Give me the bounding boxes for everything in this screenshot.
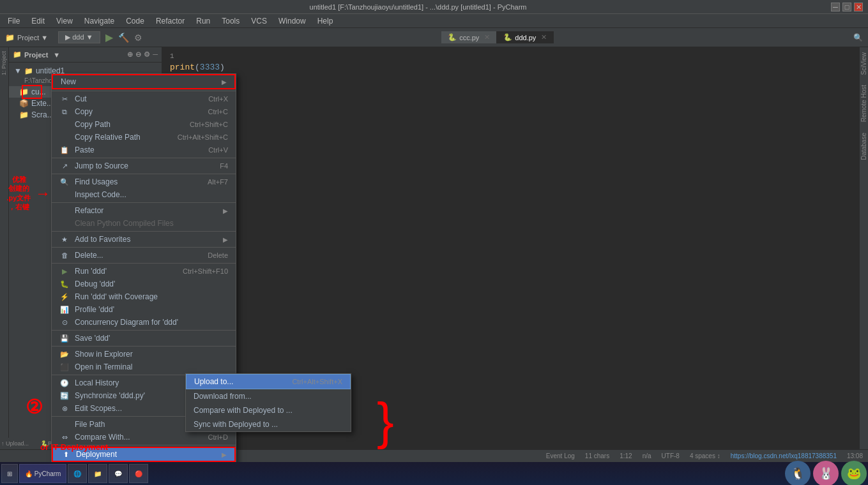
tab-ccc-close[interactable]: ✕ [484,33,490,41]
status-encoding[interactable]: UTF-8 [662,452,680,459]
ctx-inspect-label: Inspect Code... [75,190,126,199]
ctx-concurrency[interactable]: ⊙ Concurrency Diagram for 'ddd' [52,316,236,329]
collapse-icon[interactable]: ⊖ [135,50,141,59]
extra-icon: 📦 [19,99,29,108]
compare-icon: ⇔ [59,433,70,442]
ctx-delete[interactable]: 🗑 Delete... Delete [52,249,236,262]
ctx-favorites[interactable]: ★ Add to Favorites ▶ [52,233,236,246]
ctx-find[interactable]: 🔍 Find Usages Alt+F7 [52,175,236,188]
terminal-icon: ⬛ [59,363,70,371]
ctx-explorer[interactable]: 📂 Show in Explorer [52,348,236,361]
menu-refactor[interactable]: Refactor [151,15,190,27]
menu-vcs[interactable]: VCS [246,15,272,27]
taskbar: ⊞ 🔥 PyCharm 🌐 📁 💬 🔴 🐧 🐰 🐸 [0,462,868,485]
sciview-label[interactable]: SciView [859,47,868,80]
ctx-inspect[interactable]: Inspect Code... [52,188,236,201]
run-button[interactable]: ▶ [105,31,113,43]
close-button[interactable]: ✕ [854,3,863,11]
taskbar-item2[interactable]: 🌐 [68,464,87,483]
taskbar-item3[interactable]: 📁 [88,464,107,483]
ctx-clean: Clean Python Compiled Files [52,217,236,230]
ctx-copy-rel[interactable]: Copy Relative Path Ctrl+Alt+Shift+C [52,131,236,144]
menu-file[interactable]: File [3,15,25,27]
status-link[interactable]: https://blog.csdn.net/lxq18817388351 [731,452,837,459]
menu-edit[interactable]: Edit [26,15,50,27]
ctx-paste[interactable]: 📋 Paste Ctrl+V [52,144,236,156]
tab-ccc-py[interactable]: 🐍 ccc.py ✕ [441,31,497,43]
ctx-copy[interactable]: ⧉ Copy Ctrl+C [52,105,236,118]
ctx-new[interactable]: New ▶ [52,74,236,89]
extra-label: Exte... [31,99,53,108]
ctx-paste-shortcut: Ctrl+V [208,146,228,154]
code-paren: ( [195,63,200,72]
ctx-terminal[interactable]: ⬛ Open in Terminal [52,361,236,373]
ctx-profile[interactable]: 📊 Profile 'ddd' [52,303,236,316]
taskbar-item5[interactable]: 🔴 [129,464,148,483]
remote-host-label[interactable]: Remote Host [859,80,868,127]
code-func: print [170,63,195,72]
ctx-profile-label: Profile 'ddd' [75,305,114,314]
concurrency-icon: ⊙ [59,318,70,327]
project-dropdown-arrow[interactable]: ▼ [53,51,60,59]
build-icon[interactable]: 🔨 [118,33,129,43]
find-icon: 🔍 [59,178,70,186]
settings-proj-icon[interactable]: ⚙ [144,50,150,59]
tab-ddd-icon: 🐍 [503,33,512,41]
ctx-coverage-label: Run 'ddd' with Coverage [75,292,158,301]
menu-tools[interactable]: Tools [217,15,245,27]
menu-help[interactable]: Help [312,15,339,27]
tab-ddd-py[interactable]: 🐍 ddd.py ✕ [497,31,554,43]
deploy-download[interactable]: Download from... [186,389,351,403]
ctx-terminal-label: Open in Terminal [75,362,133,371]
system-tray: 🐧 🐰 🐸 [785,461,867,485]
taskbar-item4[interactable]: 💬 [109,464,128,483]
settings-icon[interactable]: ⚙ [134,33,142,43]
deploy-sync[interactable]: Sync with Deployed to ... [186,417,351,431]
ctx-run-label: Run 'ddd' [75,267,107,276]
project-side-tab[interactable]: 1: Project [0,47,8,79]
separator-2 [52,158,236,158]
status-event-log[interactable]: Event Log [546,452,575,459]
menu-navigate[interactable]: Navigate [79,15,119,27]
menu-code[interactable]: Code [121,15,149,27]
ctx-copy-path[interactable]: Copy Path Ctrl+Shift+C [52,118,236,131]
paste-icon: 📋 [59,146,70,154]
taskbar-pycharm[interactable]: 🔥 PyCharm [19,464,66,483]
minimize-button[interactable]: ─ [831,3,840,11]
ctx-copy-label: Copy [75,107,93,116]
code-number: 3333 [200,63,220,72]
ctx-cut[interactable]: ✂ Cut Ctrl+X [52,93,236,105]
run-config-dropdown[interactable]: ▶ ddd ▼ [58,31,100,43]
database-label[interactable]: Database [859,128,868,165]
ctx-debug-label: Debug 'ddd' [75,280,115,288]
taskbar-start[interactable]: ⊞ [1,464,18,483]
scra-label: Scra... [31,110,54,119]
ctx-find-shortcut: Alt+F7 [208,178,228,186]
root-folder-icon: 📁 [24,67,33,75]
restore-button[interactable]: □ [842,3,851,11]
upload-indicator[interactable]: ↑ Upload... [0,438,38,449]
search-icon[interactable]: 🔍 [853,33,863,42]
ctx-jump[interactable]: ↗ Jump to Source F4 [52,160,236,172]
deploy-compare[interactable]: Compare with Deployed to ... [186,403,351,417]
ctx-coverage[interactable]: ⚡ Run 'ddd' with Coverage [52,290,236,303]
tab-ddd-close[interactable]: ✕ [541,33,547,41]
menu-view[interactable]: View [51,15,78,27]
deploy-compare-label: Compare with Deployed to ... [194,406,293,415]
ctx-compare-shortcut: Ctrl+D [208,433,228,441]
scra-icon: 📁 [19,110,29,119]
ctx-save[interactable]: 💾 Save 'ddd' [52,332,236,345]
ctx-compare[interactable]: ⇔ Compare With... Ctrl+D [52,431,236,444]
menu-window[interactable]: Window [273,15,311,27]
ctx-run[interactable]: ▶ Run 'ddd' Ctrl+Shift+F10 [52,265,236,278]
separator-12 [52,445,236,445]
hide-proj-icon[interactable]: ─ [153,50,158,59]
menu-run[interactable]: Run [191,15,215,27]
expand-icon[interactable]: ⊕ [127,50,133,59]
ctx-debug[interactable]: 🐛 Debug 'ddd' [52,278,236,290]
ctx-refactor[interactable]: Refactor ▶ [52,204,236,217]
ctx-deployment[interactable]: ⬆ Deployment ▶ [52,447,236,462]
deploy-upload[interactable]: Upload to... Ctrl+Alt+Shift+X [186,374,351,389]
status-time: 13:08 [847,452,863,459]
run-icon: ▶ [59,267,70,276]
